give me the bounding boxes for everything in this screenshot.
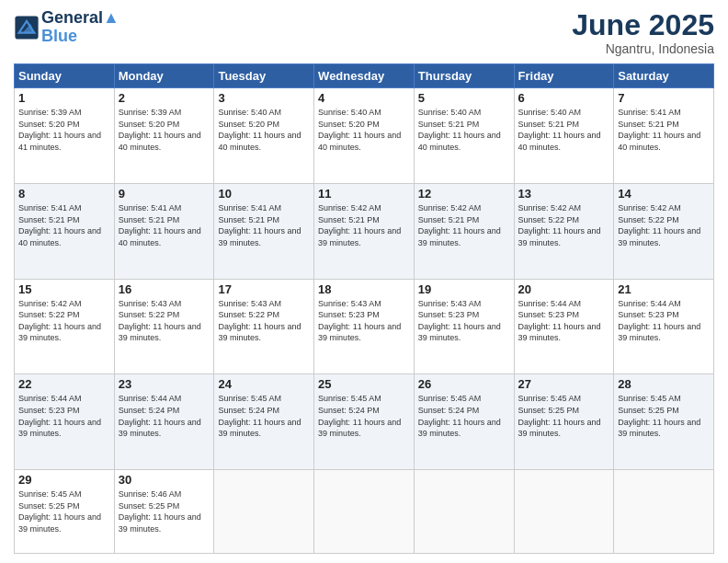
day-number: 12 xyxy=(418,187,510,201)
day-info: Sunrise: 5:41 AMSunset: 5:21 PMDaylight:… xyxy=(18,202,110,248)
calendar-day-cell xyxy=(514,470,614,554)
calendar-week-row: 22Sunrise: 5:44 AMSunset: 5:23 PMDayligh… xyxy=(15,374,714,470)
day-header-wednesday: Wednesday xyxy=(314,64,415,88)
calendar-day-cell: 19Sunrise: 5:43 AMSunset: 5:23 PMDayligh… xyxy=(414,279,514,374)
calendar-day-cell: 10Sunrise: 5:41 AMSunset: 5:21 PMDayligh… xyxy=(214,183,314,279)
day-info: Sunrise: 5:43 AMSunset: 5:22 PMDaylight:… xyxy=(119,298,210,344)
day-info: Sunrise: 5:46 AMSunset: 5:25 PMDaylight:… xyxy=(119,488,210,534)
day-info: Sunrise: 5:42 AMSunset: 5:22 PMDaylight:… xyxy=(518,202,610,248)
day-info: Sunrise: 5:45 AMSunset: 5:25 PMDaylight:… xyxy=(18,488,110,534)
calendar-body: 1Sunrise: 5:39 AMSunset: 5:20 PMDaylight… xyxy=(15,88,714,554)
calendar-day-cell: 23Sunrise: 5:44 AMSunset: 5:24 PMDayligh… xyxy=(114,374,214,470)
day-number: 24 xyxy=(218,377,310,391)
day-info: Sunrise: 5:39 AMSunset: 5:20 PMDaylight:… xyxy=(18,107,110,153)
calendar-day-cell xyxy=(214,470,314,554)
calendar-day-cell: 30Sunrise: 5:46 AMSunset: 5:25 PMDayligh… xyxy=(114,470,214,554)
calendar-day-cell: 26Sunrise: 5:45 AMSunset: 5:24 PMDayligh… xyxy=(414,374,514,470)
day-number: 1 xyxy=(18,91,110,105)
day-number: 17 xyxy=(218,282,310,296)
day-info: Sunrise: 5:40 AMSunset: 5:20 PMDaylight:… xyxy=(318,107,410,153)
day-number: 15 xyxy=(18,282,110,296)
day-number: 4 xyxy=(318,91,410,105)
day-header-sunday: Sunday xyxy=(15,64,115,88)
calendar-week-row: 8Sunrise: 5:41 AMSunset: 5:21 PMDaylight… xyxy=(15,183,714,279)
day-number: 22 xyxy=(18,377,110,391)
month-title: June 2025 xyxy=(572,9,714,41)
day-number: 26 xyxy=(418,377,510,391)
day-number: 16 xyxy=(119,282,210,296)
calendar-day-cell: 14Sunrise: 5:42 AMSunset: 5:22 PMDayligh… xyxy=(614,183,714,279)
calendar-day-cell xyxy=(314,470,415,554)
day-header-tuesday: Tuesday xyxy=(214,64,314,88)
day-number: 29 xyxy=(18,473,110,487)
day-info: Sunrise: 5:40 AMSunset: 5:20 PMDaylight:… xyxy=(218,107,310,153)
calendar-day-cell: 27Sunrise: 5:45 AMSunset: 5:25 PMDayligh… xyxy=(514,374,614,470)
logo: General▲ Blue xyxy=(14,9,119,46)
calendar-day-cell: 8Sunrise: 5:41 AMSunset: 5:21 PMDaylight… xyxy=(15,183,115,279)
calendar-week-row: 15Sunrise: 5:42 AMSunset: 5:22 PMDayligh… xyxy=(15,279,714,374)
header: General▲ Blue June 2025 Ngantru, Indones… xyxy=(14,9,714,56)
day-number: 13 xyxy=(518,187,610,201)
day-info: Sunrise: 5:41 AMSunset: 5:21 PMDaylight:… xyxy=(618,107,710,153)
day-info: Sunrise: 5:43 AMSunset: 5:23 PMDaylight:… xyxy=(318,298,410,344)
day-number: 3 xyxy=(218,91,310,105)
calendar-day-cell: 15Sunrise: 5:42 AMSunset: 5:22 PMDayligh… xyxy=(15,279,115,374)
day-info: Sunrise: 5:39 AMSunset: 5:20 PMDaylight:… xyxy=(119,107,210,153)
calendar-day-cell: 20Sunrise: 5:44 AMSunset: 5:23 PMDayligh… xyxy=(514,279,614,374)
day-info: Sunrise: 5:40 AMSunset: 5:21 PMDaylight:… xyxy=(518,107,610,153)
day-info: Sunrise: 5:44 AMSunset: 5:24 PMDaylight:… xyxy=(119,393,210,439)
day-number: 28 xyxy=(618,377,710,391)
day-number: 23 xyxy=(119,377,210,391)
day-info: Sunrise: 5:44 AMSunset: 5:23 PMDaylight:… xyxy=(618,298,710,344)
calendar-week-row: 1Sunrise: 5:39 AMSunset: 5:20 PMDaylight… xyxy=(15,88,714,184)
calendar-day-cell: 9Sunrise: 5:41 AMSunset: 5:21 PMDaylight… xyxy=(114,183,214,279)
logo-text: General▲ Blue xyxy=(41,9,119,46)
day-number: 20 xyxy=(518,282,610,296)
calendar-week-row: 29Sunrise: 5:45 AMSunset: 5:25 PMDayligh… xyxy=(15,470,714,554)
day-header-monday: Monday xyxy=(114,64,214,88)
day-number: 9 xyxy=(119,187,210,201)
calendar-day-cell: 2Sunrise: 5:39 AMSunset: 5:20 PMDaylight… xyxy=(114,88,214,184)
day-header-thursday: Thursday xyxy=(414,64,514,88)
location: Ngantru, Indonesia xyxy=(572,41,714,56)
logo-icon xyxy=(14,15,40,40)
calendar-day-cell: 5Sunrise: 5:40 AMSunset: 5:21 PMDaylight… xyxy=(414,88,514,184)
day-number: 30 xyxy=(119,473,210,487)
calendar-day-cell: 21Sunrise: 5:44 AMSunset: 5:23 PMDayligh… xyxy=(614,279,714,374)
calendar-day-cell: 13Sunrise: 5:42 AMSunset: 5:22 PMDayligh… xyxy=(514,183,614,279)
day-info: Sunrise: 5:44 AMSunset: 5:23 PMDaylight:… xyxy=(18,393,110,439)
calendar-day-cell: 11Sunrise: 5:42 AMSunset: 5:21 PMDayligh… xyxy=(314,183,415,279)
day-info: Sunrise: 5:45 AMSunset: 5:24 PMDaylight:… xyxy=(318,393,410,439)
day-info: Sunrise: 5:41 AMSunset: 5:21 PMDaylight:… xyxy=(218,202,310,248)
day-info: Sunrise: 5:43 AMSunset: 5:22 PMDaylight:… xyxy=(218,298,310,344)
calendar-day-cell: 16Sunrise: 5:43 AMSunset: 5:22 PMDayligh… xyxy=(114,279,214,374)
day-number: 27 xyxy=(518,377,610,391)
title-section: June 2025 Ngantru, Indonesia xyxy=(572,9,714,56)
day-header-saturday: Saturday xyxy=(614,64,714,88)
calendar-header-row: SundayMondayTuesdayWednesdayThursdayFrid… xyxy=(15,64,714,88)
calendar-day-cell: 25Sunrise: 5:45 AMSunset: 5:24 PMDayligh… xyxy=(314,374,415,470)
calendar-day-cell: 6Sunrise: 5:40 AMSunset: 5:21 PMDaylight… xyxy=(514,88,614,184)
calendar-day-cell: 4Sunrise: 5:40 AMSunset: 5:20 PMDaylight… xyxy=(314,88,415,184)
day-info: Sunrise: 5:45 AMSunset: 5:24 PMDaylight:… xyxy=(418,393,510,439)
calendar-day-cell: 12Sunrise: 5:42 AMSunset: 5:21 PMDayligh… xyxy=(414,183,514,279)
day-number: 6 xyxy=(518,91,610,105)
day-number: 8 xyxy=(18,187,110,201)
day-number: 18 xyxy=(318,282,410,296)
day-info: Sunrise: 5:45 AMSunset: 5:24 PMDaylight:… xyxy=(218,393,310,439)
day-number: 11 xyxy=(318,187,410,201)
day-number: 19 xyxy=(418,282,510,296)
day-info: Sunrise: 5:45 AMSunset: 5:25 PMDaylight:… xyxy=(518,393,610,439)
calendar-day-cell: 29Sunrise: 5:45 AMSunset: 5:25 PMDayligh… xyxy=(15,470,115,554)
day-info: Sunrise: 5:42 AMSunset: 5:21 PMDaylight:… xyxy=(418,202,510,248)
day-number: 2 xyxy=(119,91,210,105)
page: General▲ Blue June 2025 Ngantru, Indones… xyxy=(0,0,728,563)
calendar-day-cell: 28Sunrise: 5:45 AMSunset: 5:25 PMDayligh… xyxy=(614,374,714,470)
day-number: 25 xyxy=(318,377,410,391)
calendar-day-cell: 22Sunrise: 5:44 AMSunset: 5:23 PMDayligh… xyxy=(15,374,115,470)
day-info: Sunrise: 5:45 AMSunset: 5:25 PMDaylight:… xyxy=(618,393,710,439)
day-info: Sunrise: 5:40 AMSunset: 5:21 PMDaylight:… xyxy=(418,107,510,153)
day-number: 10 xyxy=(218,187,310,201)
day-info: Sunrise: 5:42 AMSunset: 5:21 PMDaylight:… xyxy=(318,202,410,248)
day-info: Sunrise: 5:44 AMSunset: 5:23 PMDaylight:… xyxy=(518,298,610,344)
